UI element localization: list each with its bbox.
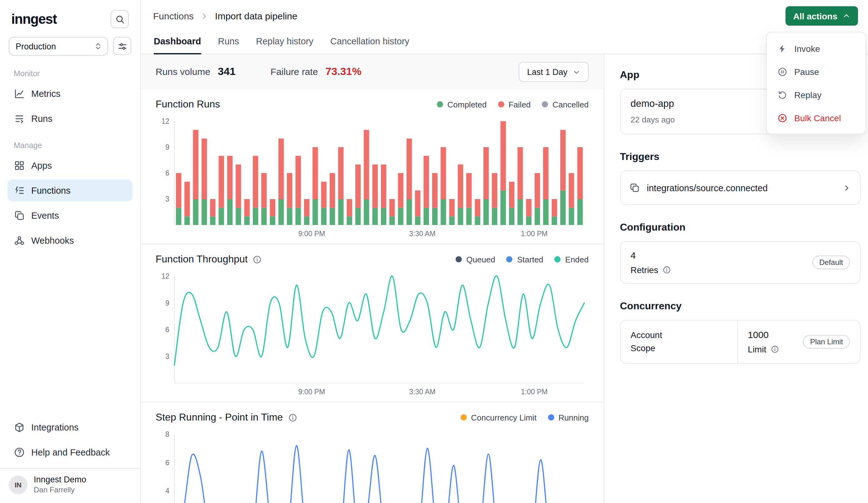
pause-icon [777, 66, 787, 76]
sidebar-item-webhooks[interactable]: Webhooks [8, 229, 133, 251]
runs-icon [14, 113, 25, 124]
trigger-event-name: integrations/source.connected [647, 183, 768, 193]
step-running-card: Step Running - Point in Time Concurrency… [141, 402, 604, 503]
sidebar-item-label: Runs [31, 113, 52, 123]
svg-text:6: 6 [165, 459, 169, 467]
search-icon [115, 14, 125, 24]
svg-text:3:30 AM: 3:30 AM [409, 388, 436, 396]
sidebar-item-integrations[interactable]: Integrations [8, 416, 133, 438]
time-range-selector[interactable]: Last 1 Day [519, 62, 589, 82]
sidebar-item-help[interactable]: Help and Feedback [8, 441, 133, 463]
function-runs-legend: CompletedFailedCancelled [437, 100, 589, 109]
menu-item-pause[interactable]: Pause [771, 60, 861, 83]
legend-dot [548, 414, 554, 421]
info-icon [253, 255, 262, 264]
sidebar-item-metrics[interactable]: Metrics [8, 82, 133, 104]
menu-item-bulk-cancel[interactable]: Bulk Cancel [771, 106, 861, 129]
section-label-monitor: Monitor [8, 61, 133, 82]
environment-settings-button[interactable] [113, 37, 131, 55]
sidebar-item-functions[interactable]: Functions [8, 179, 133, 201]
sidebar-item-label: Apps [31, 160, 52, 170]
function-throughput-chart: 369129:00 PM3:30 AM1:00 PM [156, 270, 589, 398]
menu-item-label: Replay [794, 90, 822, 100]
legend-dot [498, 101, 504, 107]
limit-label: Limit [748, 344, 779, 354]
sliders-icon [117, 41, 127, 51]
configuration-heading: Configuration [620, 222, 860, 233]
integrations-icon [14, 421, 25, 433]
section-label-manage: Manage [8, 132, 133, 154]
svg-text:9:00 PM: 9:00 PM [298, 388, 325, 396]
retries-card: 4 Retries Default [620, 241, 860, 284]
environment-selector[interactable]: Production [9, 37, 108, 55]
runs-volume-label: Runs volume [156, 66, 210, 77]
limit-value: 1000 [748, 329, 779, 340]
functions-icon [14, 185, 25, 196]
legend-dot [506, 256, 513, 263]
breadcrumb-functions-link[interactable]: Functions [153, 11, 194, 21]
apps-icon [14, 160, 25, 171]
function-throughput-legend: QueuedStartedEnded [456, 255, 589, 264]
environment-label: Production [16, 42, 56, 51]
sidebar-item-runs[interactable]: Runs [8, 107, 133, 129]
chevrons-up-down-icon [94, 42, 103, 51]
legend-dot [456, 256, 462, 263]
all-actions-button[interactable]: All actions [786, 6, 858, 25]
legend-dot [542, 101, 548, 107]
info-icon [288, 413, 297, 422]
svg-text:3: 3 [165, 195, 169, 203]
app-root: inngest Production Monitor Metrics Runs … [0, 0, 868, 503]
legend-item-running: Running [548, 413, 589, 422]
legend-item-failed: Failed [498, 100, 531, 109]
function-runs-chart: 369129:00 PM3:30 AM1:00 PM [156, 115, 589, 240]
menu-item-invoke[interactable]: Invoke [771, 37, 861, 60]
function-runs-title: Function Runs [156, 99, 220, 110]
sidebar-item-apps[interactable]: Apps [8, 154, 133, 176]
chevron-right-icon [200, 12, 209, 20]
legend-item-cancelled: Cancelled [542, 100, 589, 109]
function-throughput-card: Function Throughput QueuedStartedEnded 3… [141, 244, 604, 402]
menu-item-replay[interactable]: Replay [771, 83, 861, 106]
limit-info: 1000 Limit [748, 329, 779, 354]
failure-rate-label: Failure rate [271, 66, 318, 77]
search-button[interactable] [111, 10, 129, 28]
tab-replay-history[interactable]: Replay history [256, 36, 313, 54]
sidebar-item-label: Integrations [31, 422, 79, 432]
sidebar-footer: Integrations Help and Feedback IN Innges… [8, 416, 133, 503]
retries-label: Retries [631, 265, 671, 275]
tab-bar: Dashboard Runs Replay history Cancellati… [154, 36, 409, 54]
sidebar-item-events[interactable]: Events [8, 204, 133, 226]
concurrency-card: Account Scope 1000 Limit Plan Limit [620, 320, 860, 364]
sidebar: inngest Production Monitor Metrics Runs … [0, 0, 141, 503]
svg-text:3: 3 [165, 352, 169, 360]
dashboard-column: Runs volume 341 Failure rate 73.31% Last… [141, 54, 604, 503]
step-running-chart: 2468 [156, 428, 589, 503]
tab-cancellation-history[interactable]: Cancellation history [330, 36, 409, 54]
time-range-label: Last 1 Day [527, 67, 567, 76]
inngest-logo: inngest [11, 11, 56, 27]
user-menu[interactable]: IN Inngest Demo Dan Farrelly [0, 468, 140, 501]
bolt-icon [777, 43, 787, 53]
replay-icon [777, 90, 787, 100]
legend-item-concurrency-limit: Concurrency Limit [461, 413, 537, 422]
help-icon [14, 446, 25, 458]
chevron-right-icon [843, 183, 851, 192]
info-icon [663, 266, 671, 274]
concurrency-heading: Concurrency [620, 300, 860, 312]
webhook-icon [14, 235, 25, 246]
triggers-heading: Triggers [620, 151, 860, 163]
environment-row: Production [8, 37, 133, 61]
svg-text:1:00 PM: 1:00 PM [521, 388, 548, 396]
breadcrumb: Functions Import data pipeline [153, 0, 858, 21]
svg-text:9: 9 [165, 299, 169, 307]
breadcrumb-current: Import data pipeline [215, 11, 298, 21]
function-runs-card: Function Runs CompletedFailedCancelled 3… [141, 89, 604, 244]
svg-text:12: 12 [161, 272, 169, 280]
legend-item-started: Started [506, 255, 543, 264]
tab-dashboard[interactable]: Dashboard [154, 36, 201, 54]
trigger-row[interactable]: integrations/source.connected [620, 171, 860, 205]
svg-text:12: 12 [161, 117, 169, 125]
svg-text:9:00 PM: 9:00 PM [298, 230, 325, 238]
user-info: Inngest Demo Dan Farrelly [34, 475, 86, 494]
tab-runs[interactable]: Runs [218, 36, 239, 54]
